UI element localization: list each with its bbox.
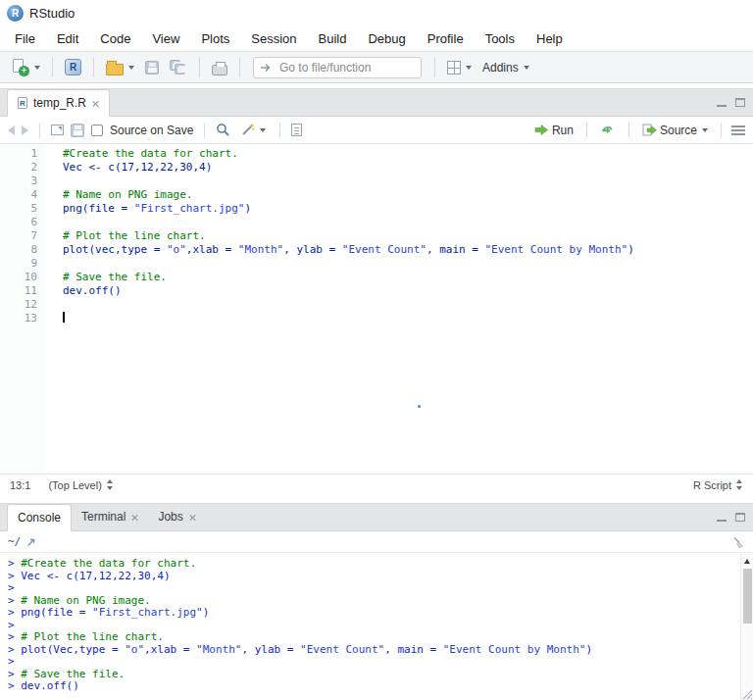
editor-toolbar: Source on Save Run xyxy=(0,117,753,144)
code-line[interactable] xyxy=(63,216,753,229)
menu-edit[interactable]: Edit xyxy=(46,27,89,50)
code-line[interactable] xyxy=(63,298,753,312)
tab-terminal[interactable]: Terminal xyxy=(72,503,148,530)
chevron-down-icon xyxy=(260,128,266,132)
code-line[interactable] xyxy=(63,257,753,271)
chevron-down-icon xyxy=(128,66,134,70)
menu-tools[interactable]: Tools xyxy=(475,27,526,50)
document-outline-icon[interactable] xyxy=(731,125,745,127)
open-file-button[interactable] xyxy=(103,58,137,77)
rerun-button[interactable] xyxy=(597,122,619,139)
show-in-new-window-icon[interactable] xyxy=(51,125,64,135)
tab-label: Jobs xyxy=(158,510,182,524)
scope-selector[interactable]: (Top Level) xyxy=(48,479,113,491)
separator xyxy=(721,123,722,138)
source-button[interactable]: Source xyxy=(639,122,711,139)
console-tabstrip: Console Terminal Jobs xyxy=(0,503,753,531)
source-pane: R temp_R.R Source on Save xyxy=(0,88,753,495)
line-number: 3 xyxy=(0,175,45,188)
goto-file-input[interactable] xyxy=(253,57,422,78)
tab-label: Terminal xyxy=(81,510,126,524)
minimize-pane-icon[interactable] xyxy=(717,514,727,522)
chevron-down-icon xyxy=(34,66,40,70)
tab-console[interactable]: Console xyxy=(7,504,72,531)
run-button[interactable]: Run xyxy=(531,122,577,139)
menu-debug[interactable]: Debug xyxy=(357,27,416,50)
maximize-pane-icon[interactable] xyxy=(735,98,745,107)
back-icon[interactable] xyxy=(8,125,15,135)
code-tools-button[interactable] xyxy=(237,121,269,139)
separator xyxy=(204,123,205,138)
code-line[interactable]: # Save the file. xyxy=(63,271,753,284)
find-icon[interactable] xyxy=(216,123,230,137)
menubar: FileEditCodeViewPlotsSessionBuildDebugPr… xyxy=(0,25,753,51)
code-line[interactable]: png(file = "First_chart.jpg") xyxy=(63,202,753,216)
source-label: Source xyxy=(660,124,697,137)
save-all-button[interactable] xyxy=(167,58,190,77)
editor-gutter: 12345678910111213 xyxy=(0,144,45,474)
minimize-pane-icon[interactable] xyxy=(717,99,727,107)
addins-button[interactable]: Addins xyxy=(479,59,532,76)
new-file-icon: + xyxy=(11,58,29,76)
console-line: > dev.off() xyxy=(8,680,733,693)
code-line[interactable]: dev.off() xyxy=(63,284,753,298)
scope-label: (Top Level) xyxy=(48,479,101,491)
menu-build[interactable]: Build xyxy=(308,27,358,50)
menu-help[interactable]: Help xyxy=(526,27,574,50)
maximize-pane-icon[interactable] xyxy=(735,513,745,522)
clear-console-broom-icon[interactable] xyxy=(731,535,745,549)
tab-jobs[interactable]: Jobs xyxy=(148,503,205,530)
code-line[interactable]: #Create the data for chart. xyxy=(63,147,753,161)
goto-arrow-icon xyxy=(259,61,273,75)
menu-code[interactable]: Code xyxy=(89,27,141,50)
menu-session[interactable]: Session xyxy=(240,27,307,50)
code-line[interactable] xyxy=(63,312,753,325)
console-line: > Vec <- c(17,12,22,30,4) xyxy=(8,571,733,583)
new-project-button[interactable]: R xyxy=(62,57,84,77)
save-icon xyxy=(145,61,159,75)
close-icon[interactable] xyxy=(189,514,196,521)
pane-layout-button[interactable] xyxy=(444,59,475,76)
line-number: 7 xyxy=(0,229,45,243)
pane-gap xyxy=(0,495,753,503)
rstudio-window: R RStudio FileEditCodeViewPlotsSessionBu… xyxy=(0,0,753,700)
chevron-down-icon xyxy=(524,66,529,70)
run-label: Run xyxy=(552,124,574,137)
menu-plots[interactable]: Plots xyxy=(190,27,240,50)
code-line[interactable] xyxy=(63,175,753,188)
main-toolbar: + R xyxy=(0,51,753,83)
code-line[interactable]: plot(vec,type = "o",xlab = "Month", ylab… xyxy=(63,243,753,257)
menu-view[interactable]: View xyxy=(141,27,190,50)
rerun-icon xyxy=(600,124,616,137)
separator xyxy=(39,123,40,138)
source-tabstrip: R temp_R.R xyxy=(0,88,753,117)
compile-report-icon[interactable] xyxy=(291,124,302,136)
code-line[interactable]: Vec <- c(17,12,22,30,4) xyxy=(63,161,753,175)
file-type-selector[interactable]: R Script xyxy=(693,479,743,491)
close-icon[interactable] xyxy=(131,514,138,521)
menu-profile[interactable]: Profile xyxy=(417,27,475,50)
code-editor[interactable]: 12345678910111213 #Create the data for c… xyxy=(0,144,753,474)
close-icon[interactable] xyxy=(92,100,99,107)
save-button[interactable] xyxy=(142,59,162,76)
console-scrollbar[interactable] xyxy=(740,553,753,700)
tab-temp-rr[interactable]: R temp_R.R xyxy=(7,89,110,117)
resize-grip[interactable] xyxy=(741,688,753,700)
scrollbar-thumb[interactable] xyxy=(743,569,752,624)
line-number: 12 xyxy=(0,298,45,312)
goto-directory-icon[interactable] xyxy=(25,536,37,548)
source-on-save-checkbox[interactable] xyxy=(91,125,103,136)
print-button[interactable] xyxy=(209,58,230,77)
save-icon[interactable] xyxy=(71,124,84,137)
separator xyxy=(279,123,280,138)
console-toolbar-right xyxy=(731,535,745,549)
forward-icon[interactable] xyxy=(22,125,28,135)
code-line[interactable]: # Name on PNG image. xyxy=(63,188,753,202)
new-file-button[interactable]: + xyxy=(8,56,43,78)
menu-file[interactable]: File xyxy=(4,27,46,50)
scroll-up-button[interactable] xyxy=(741,555,753,567)
console[interactable]: > #Create the data for chart.> Vec <- c(… xyxy=(0,553,753,700)
code-line[interactable]: # Plot the line chart. xyxy=(63,229,753,243)
separator xyxy=(239,58,240,77)
editor-code[interactable]: #Create the data for chart.Vec <- c(17,1… xyxy=(45,144,753,474)
